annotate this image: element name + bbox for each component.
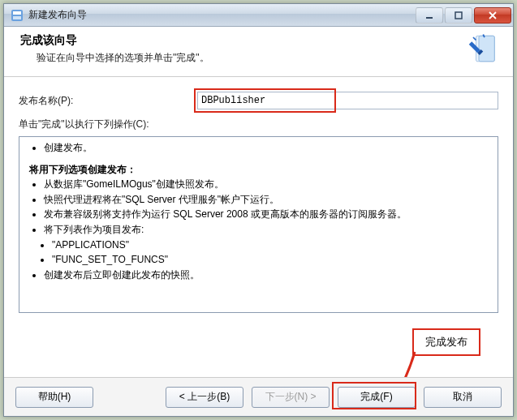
summary-panel[interactable]: 创建发布。 将用下列选项创建发布： 从数据库"GomeILMOgus"创建快照发… <box>19 136 498 313</box>
maximize-button[interactable] <box>445 7 472 24</box>
summary-item: 将下列表作为项目发布: <box>44 222 491 238</box>
summary-nested-item: "APPLICATIONS" <box>52 238 491 253</box>
cancel-button[interactable]: 取消 <box>424 387 502 408</box>
summary-section-title: 将用下列选项创建发布： <box>29 162 491 178</box>
publish-name-row: 发布名称(P): <box>19 92 498 109</box>
help-button[interactable]: 帮助(H) <box>15 387 93 408</box>
window-title: 新建发布向导 <box>28 8 416 22</box>
annotation-callout: 完成发布 <box>412 328 480 356</box>
svg-rect-6 <box>479 36 494 62</box>
page-title: 完成该向导 <box>20 33 503 48</box>
svg-rect-1 <box>13 11 21 15</box>
publish-name-input[interactable] <box>197 92 498 109</box>
minimize-button[interactable] <box>416 7 443 24</box>
actions-label: 单击"完成"以执行下列操作(C): <box>19 118 498 131</box>
close-button[interactable] <box>474 7 511 24</box>
annotation-callout-text: 完成发布 <box>425 336 467 348</box>
svg-rect-4 <box>455 12 462 19</box>
summary-item: 发布兼容级别将支持作为运行 SQL Server 2008 或更高版本的服务器的… <box>44 207 491 222</box>
summary-item: 快照代理进程将在"SQL Server 代理服务"帐户下运行。 <box>44 192 491 208</box>
publish-name-label: 发布名称(P): <box>19 94 197 108</box>
summary-item: 从数据库"GomeILMOgus"创建快照发布。 <box>44 177 491 192</box>
svg-rect-3 <box>426 17 433 19</box>
window-controls <box>416 7 511 24</box>
finish-button[interactable]: 完成(F) <box>338 387 416 408</box>
wizard-window: 新建发布向导 完成该向导 验证在向导中选择的选项并单击"完成"。 发布名称(P)… <box>3 3 514 417</box>
summary-item: 创建发布后立即创建此发布的快照。 <box>44 268 491 283</box>
page-subtitle: 验证在向导中选择的选项并单击"完成"。 <box>37 51 503 65</box>
svg-rect-2 <box>13 16 21 19</box>
summary-item: 创建发布。 <box>44 140 491 156</box>
titlebar: 新建发布向导 <box>4 4 513 27</box>
summary-nested-item: "FUNC_SET_TO_FUNCS" <box>52 252 491 268</box>
button-bar: 帮助(H) < 上一步(B) 下一步(N) > 完成(F) 取消 <box>4 377 513 416</box>
wizard-content: 发布名称(P): 单击"完成"以执行下列操作(C): 创建发布。 将用下列选项创… <box>4 77 513 377</box>
wizard-icon <box>467 32 502 66</box>
wizard-header: 完成该向导 验证在向导中选择的选项并单击"完成"。 <box>4 27 513 77</box>
next-button: 下一步(N) > <box>252 387 330 408</box>
publish-name-input-wrap <box>197 92 498 109</box>
back-button[interactable]: < 上一步(B) <box>166 387 243 408</box>
app-icon <box>11 9 24 22</box>
